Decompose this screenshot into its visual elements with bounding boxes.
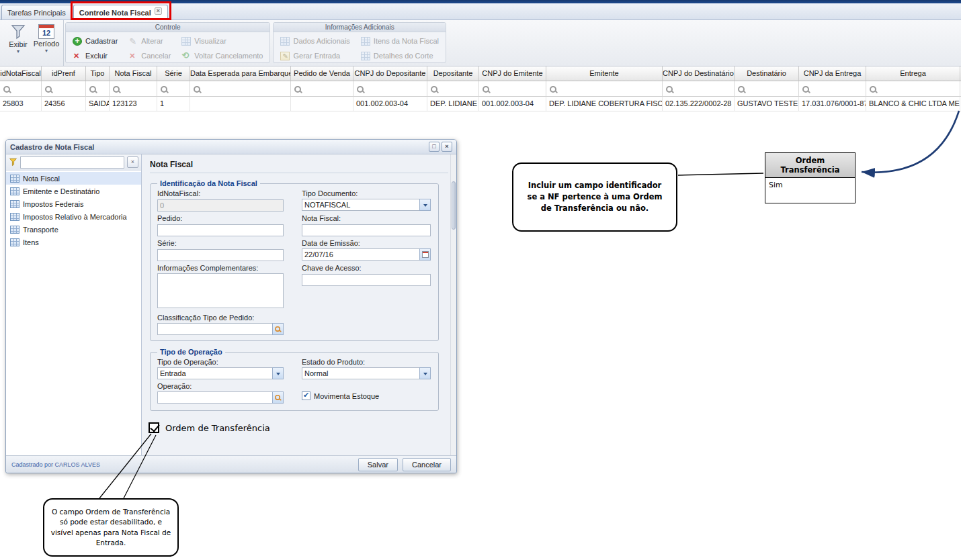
cancelar-button[interactable]: Cancelar [403, 458, 451, 471]
close-icon[interactable]: × [155, 7, 162, 15]
column-header-s-rie[interactable]: Série [157, 66, 190, 81]
delete-icon [73, 52, 82, 60]
filter-cell-13[interactable] [799, 81, 866, 97]
column-header-nota-fiscal[interactable]: Nota Fiscal [110, 66, 157, 81]
restore-icon[interactable]: □ [429, 142, 440, 152]
ribbon-left-section: Exibir ▾ 12 Período ▾ [0, 20, 64, 66]
tipo-operacao-combo[interactable] [157, 367, 284, 379]
data-emissao-field[interactable] [302, 248, 419, 261]
search-icon [482, 85, 491, 93]
idnotafiscal-field [157, 199, 284, 212]
search-icon [356, 85, 365, 93]
lookup-search-icon[interactable] [272, 323, 284, 335]
calendar-icon[interactable] [419, 248, 431, 261]
fieldset-tipo-operacao: Tipo de Operação Tipo de Operação: Estad… [150, 348, 439, 411]
fieldset-legend: Tipo de Operação [157, 348, 225, 356]
ordem-transferencia-label: Ordem de Transferência [165, 423, 270, 433]
clear-filter-icon[interactable]: × [127, 156, 138, 168]
filter-cell-5[interactable] [190, 81, 291, 97]
column-header-idnotafiscal[interactable]: idNotaFiscal [0, 66, 42, 81]
tree-item-impostos-relativo-mercadoria[interactable]: Impostos Relativo à Mercadoria [6, 210, 141, 223]
salvar-button[interactable]: Salvar [358, 458, 398, 471]
grid-header-row: idNotaFiscalidPrenfTipoNota FiscalSérieD… [0, 66, 961, 81]
tipo-documento-value[interactable] [302, 199, 419, 211]
filter-cell-0[interactable] [0, 81, 42, 97]
column-header-pedido-de-venda[interactable]: Pedido de Venda [291, 66, 353, 81]
tree-item-impostos-federais[interactable]: Impostos Federais [6, 197, 141, 210]
filter-cell-12[interactable] [735, 81, 799, 97]
column-header-destinat-rio[interactable]: Destinatário [735, 66, 799, 81]
periodo-button[interactable]: 12 Período ▾ [32, 23, 60, 66]
classificacao-field[interactable] [157, 323, 272, 335]
tree-filter-input[interactable] [20, 156, 124, 169]
ribbon-button-itens-da-nota-fiscal: Itens da Nota Fiscal [358, 34, 442, 48]
operacao-field[interactable] [157, 391, 272, 404]
filter-cell-9[interactable] [479, 81, 546, 97]
edit-icon [128, 37, 138, 46]
tree-item-label: Emitente e Destinatário [23, 187, 99, 195]
chevron-down-icon: ▾ [17, 49, 19, 54]
ribbon-button-excluir[interactable]: Excluir [69, 48, 121, 63]
filter-cell-11[interactable] [663, 81, 735, 97]
filter-cell-2[interactable] [86, 81, 110, 97]
tree-item-emitente-e-destinat-rio[interactable]: Emitente e Destinatário [6, 185, 141, 197]
tipo-documento-combo[interactable] [302, 199, 431, 211]
ribbon-button-cadastrar[interactable]: Cadastrar [69, 34, 121, 48]
filter-cell-6[interactable] [291, 81, 353, 97]
filter-cell-3[interactable] [110, 81, 157, 97]
filter-cell-10[interactable] [546, 81, 663, 97]
chevron-down-icon[interactable] [419, 199, 431, 211]
informacoes-complementares-field[interactable] [157, 273, 284, 308]
pedido-field[interactable] [157, 224, 284, 236]
dialog-tree: Nota FiscalEmitente e DestinatárioImpost… [6, 171, 141, 248]
ribbon-button-label: Cadastrar [85, 37, 118, 45]
filter-cell-14[interactable] [866, 81, 960, 97]
filter-cell-4[interactable] [157, 81, 190, 97]
lookup-search-icon[interactable] [272, 391, 284, 404]
column-header-cnpj-do-emitente[interactable]: CNPJ do Emitente [479, 66, 546, 81]
dialog-title-bar[interactable]: Cadastro de Nota Fiscal □ × [6, 140, 456, 154]
tab-controle-nota-fiscal[interactable]: Controle Nota Fiscal × [73, 5, 168, 19]
column-header-cnpj-da-entrega[interactable]: CNPJ da Entrega [799, 66, 866, 81]
tree-item-transporte[interactable]: Transporte [6, 223, 141, 236]
ordem-transferencia-checkbox-row[interactable]: Ordem de Transferência [149, 422, 270, 433]
estado-produto-combo[interactable] [302, 367, 431, 379]
tipo-operacao-value[interactable] [157, 367, 272, 379]
filter-icon [10, 24, 26, 40]
column-header-tipo[interactable]: Tipo [86, 66, 110, 81]
classificacao-lookup[interactable] [157, 323, 284, 335]
movimenta-estoque-checkbox[interactable] [302, 391, 310, 400]
column-header-cnpj-do-destinat-rio[interactable]: CNPJ do Destinatário [663, 66, 735, 81]
close-icon[interactable]: × [442, 142, 452, 152]
column-header-depositante[interactable]: Depositante [427, 66, 479, 81]
column-header-idprenf[interactable]: idPrenf [42, 66, 86, 81]
tree-item-itens[interactable]: Itens [6, 236, 141, 248]
column-header-entrega[interactable]: Entrega [866, 66, 960, 81]
tree-item-nota-fiscal[interactable]: Nota Fiscal [6, 172, 141, 185]
ribbon-toolbar: Exibir ▾ 12 Período ▾ Controle Cadastrar… [0, 20, 961, 66]
chave-acesso-field[interactable] [302, 274, 431, 286]
exibir-button[interactable]: Exibir ▾ [4, 23, 32, 66]
grid-data-row[interactable]: 2580324356SAIDA1231231001.002.003-04DEP.… [0, 97, 961, 111]
chevron-down-icon[interactable] [272, 367, 284, 379]
chevron-down-icon[interactable] [419, 367, 431, 379]
column-header-cnpj-do-depositante[interactable]: CNPJ do Depositante [353, 66, 427, 81]
operacao-lookup[interactable] [157, 391, 284, 404]
filter-cell-1[interactable] [42, 81, 86, 97]
ordem-transferencia-checkbox[interactable] [149, 422, 159, 433]
serie-field[interactable] [157, 249, 284, 261]
classificacao-tipo-pedido-label: Classificação Tipo de Pedido: [157, 314, 284, 322]
dialog-form-panel: Nota Fiscal Identificação da Nota Fiscal… [142, 154, 456, 457]
data-emissao-picker[interactable] [302, 248, 431, 261]
scrollbar-thumb[interactable] [452, 181, 456, 230]
tab-tarefas-principais[interactable]: Tarefas Principais [1, 5, 72, 19]
scrollbar[interactable] [450, 154, 456, 457]
estado-produto-value[interactable] [302, 367, 419, 379]
column-header-data-esperada-para-embarque[interactable]: Data Esperada para Embarque [190, 66, 291, 81]
column-header-emitente[interactable]: Emitente [546, 66, 663, 81]
filter-cell-7[interactable] [353, 81, 427, 97]
filter-cell-8[interactable] [427, 81, 479, 97]
table-icon [10, 238, 19, 246]
nota-fiscal-field[interactable] [302, 224, 431, 236]
form-icon [280, 52, 290, 60]
